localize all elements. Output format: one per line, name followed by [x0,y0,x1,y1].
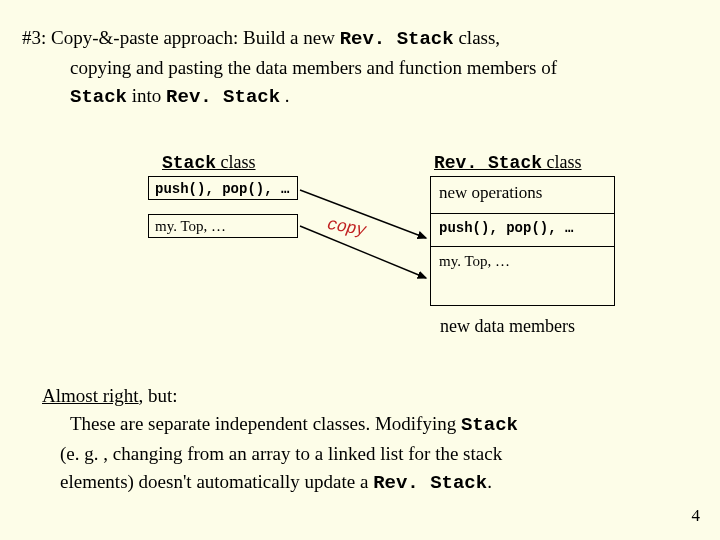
intro-code-revstack2: Rev. Stack [166,86,280,108]
page-number: 4 [692,506,701,526]
intro-mid: into [127,85,166,106]
conclusion-lead: Almost right [42,385,139,406]
right-row-data: my. Top, … [439,253,606,270]
right-class-code: Rev. Stack [434,153,542,173]
left-box-data: my. Top, … [148,214,298,238]
conclusion-body3-tail: . [487,471,492,492]
intro-code-stack: Stack [70,86,127,108]
conclusion-code-stack: Stack [461,414,518,436]
left-class-title: Stack class [162,152,256,173]
right-box: new operations push(), pop(), … my. Top,… [430,176,615,306]
left-box-data-text: my. Top, … [155,218,226,234]
intro-end: . [280,85,290,106]
left-class-tail: class [216,152,256,172]
intro-prefix: #3: Copy-&-paste approach: Build a new [22,27,340,48]
conclusion-lead-tail: , but: [139,385,178,406]
intro-text: #3: Copy-&-paste approach: Build a new R… [22,24,698,112]
intro-after1: class, [454,27,500,48]
copy-label: copy [326,214,368,239]
diagram: Stack class Rev. Stack class push(), pop… [22,152,698,352]
conclusion: Almost right, but: These are separate in… [22,382,698,498]
intro-code-revstack: Rev. Stack [340,28,454,50]
conclusion-body1: These are separate independent classes. … [70,413,461,434]
intro-line2: copying and pasting the data members and… [22,54,698,83]
right-row-newops: new operations [439,183,606,203]
new-data-members-label: new data members [440,316,575,337]
conclusion-body3: elements) doesn't automatically update a [60,471,373,492]
divider [431,213,614,214]
right-class-title: Rev. Stack class [434,152,582,173]
conclusion-body2: (e. g. , changing from an array to a lin… [42,440,698,469]
left-box-ops: push(), pop(), … [148,176,298,200]
right-row-ops: push(), pop(), … [439,220,606,236]
copy-arrows [22,152,720,352]
divider [431,246,614,247]
conclusion-code-revstack: Rev. Stack [373,472,487,494]
right-class-tail: class [542,152,582,172]
slide: #3: Copy-&-paste approach: Build a new R… [0,0,720,540]
left-class-code: Stack [162,153,216,173]
left-box-ops-text: push(), pop(), … [155,181,289,197]
